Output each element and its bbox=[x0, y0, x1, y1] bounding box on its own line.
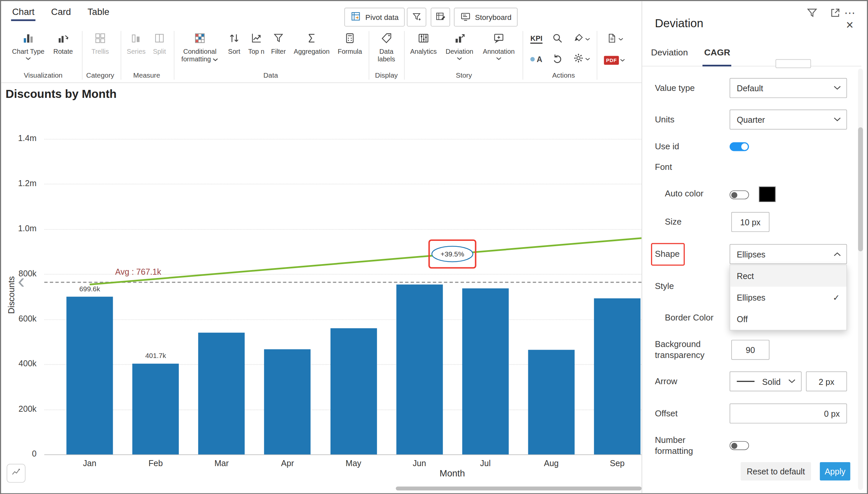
scroll-left-arrow[interactable]: ‹ bbox=[18, 270, 24, 291]
shape-option-off[interactable]: Off bbox=[730, 308, 846, 330]
kpi-button[interactable]: KPI bbox=[527, 31, 546, 48]
analytics-button[interactable]: Analytics bbox=[408, 31, 440, 55]
shape-option-rect[interactable]: Rect bbox=[730, 265, 846, 287]
top-n-button[interactable]: Top n bbox=[246, 31, 267, 55]
bar-sep[interactable] bbox=[594, 298, 640, 455]
filter-label: Filter bbox=[271, 48, 286, 55]
group-divider bbox=[121, 31, 121, 80]
tab-table[interactable]: Table bbox=[88, 7, 110, 21]
x-axis-title: Month bbox=[389, 468, 516, 479]
auto-color-toggle[interactable] bbox=[730, 190, 749, 200]
deviation-button[interactable]: Deviation bbox=[443, 31, 476, 60]
settings-button[interactable] bbox=[569, 51, 593, 68]
number-formatting-toggle[interactable] bbox=[730, 441, 749, 450]
y-tick-label: 0 bbox=[32, 449, 37, 458]
shape-option-ellipses[interactable]: Ellipses ✓ bbox=[730, 287, 846, 308]
group-label-story: Story bbox=[439, 71, 489, 79]
tab-card[interactable]: Card bbox=[51, 7, 71, 21]
apply-button[interactable]: Apply bbox=[820, 462, 850, 480]
average-line bbox=[44, 282, 641, 283]
series-button[interactable]: Series bbox=[124, 31, 148, 55]
panel-scrollbar[interactable] bbox=[858, 69, 863, 490]
top-n-icon bbox=[250, 31, 262, 46]
zoom-search-button[interactable] bbox=[548, 31, 567, 48]
group-divider bbox=[523, 31, 523, 80]
aggregation-button[interactable]: Aggregation bbox=[290, 31, 333, 55]
chevron-down-icon bbox=[618, 37, 623, 41]
bar-mar[interactable] bbox=[199, 333, 245, 455]
size-input[interactable] bbox=[731, 212, 770, 232]
chevron-down-icon bbox=[585, 37, 590, 41]
bar-feb[interactable] bbox=[132, 364, 179, 455]
analytics-icon bbox=[417, 31, 430, 46]
arrow-style-select[interactable]: Solid bbox=[730, 371, 801, 391]
quick-filter-button[interactable] bbox=[407, 7, 426, 26]
export-button[interactable] bbox=[601, 31, 628, 48]
group-label-data: Data bbox=[246, 71, 296, 79]
x-tick-label: Mar bbox=[200, 458, 244, 468]
panel-tab-deviation[interactable]: Deviation bbox=[651, 48, 688, 57]
x-tick-label: Aug bbox=[529, 458, 573, 468]
font-color-swatch[interactable] bbox=[759, 187, 775, 202]
undo-button[interactable] bbox=[548, 51, 567, 68]
formula-icon bbox=[344, 31, 356, 46]
data-labels-button[interactable]: Data labels bbox=[371, 31, 402, 63]
close-icon[interactable]: × bbox=[843, 18, 857, 32]
bar-jan[interactable] bbox=[67, 297, 113, 455]
tab-chart[interactable]: Chart bbox=[12, 7, 35, 21]
series-label: Series bbox=[127, 48, 146, 55]
visual-filter-icon[interactable] bbox=[805, 6, 819, 20]
units-label: Units bbox=[655, 110, 675, 129]
split-button[interactable]: Split bbox=[148, 31, 171, 55]
split-label: Split bbox=[153, 48, 166, 55]
data-labels-icon bbox=[380, 31, 393, 46]
arrow-width-input[interactable] bbox=[806, 371, 847, 391]
rotate-button[interactable]: Rotate bbox=[50, 31, 76, 55]
auto-color-button[interactable]: A bbox=[527, 51, 546, 68]
rotate-icon bbox=[57, 31, 69, 46]
storyboard-button[interactable]: Storyboard bbox=[454, 7, 517, 26]
chart-type-button[interactable]: Chart Type bbox=[9, 31, 48, 60]
annotation-button[interactable]: Annotation bbox=[478, 31, 519, 60]
offset-label: Offset bbox=[655, 403, 678, 423]
x-tick-label: Jun bbox=[397, 458, 441, 468]
pivot-data-button[interactable]: Pivot data bbox=[344, 7, 405, 26]
analytics-label: Analytics bbox=[410, 48, 437, 55]
bar-value-label: 401.7k bbox=[133, 352, 177, 360]
edit-table-button[interactable] bbox=[431, 7, 450, 26]
partially-scrolled-control bbox=[775, 59, 811, 68]
value-type-select[interactable]: Default bbox=[730, 78, 847, 98]
export-pdf-button[interactable]: PDF bbox=[601, 52, 628, 69]
bar-aug[interactable] bbox=[528, 350, 574, 455]
units-select[interactable]: Quarter bbox=[730, 110, 847, 129]
check-icon: ✓ bbox=[833, 292, 840, 303]
group-label-measure: Measure bbox=[122, 71, 172, 79]
cagr-annotation-ellipse[interactable] bbox=[432, 246, 473, 262]
brush-button[interactable] bbox=[569, 31, 593, 48]
deviation-panel: ⋯ Deviation × Deviation CAGR Value type … bbox=[642, 1, 867, 493]
bar-apr[interactable] bbox=[264, 349, 310, 455]
sort-button[interactable]: Sort bbox=[224, 31, 245, 55]
shape-select[interactable]: Ellipses bbox=[730, 244, 847, 264]
horizontal-scrollbar[interactable] bbox=[396, 487, 642, 490]
conditional-formatting-button[interactable]: Conditional formatting bbox=[178, 31, 221, 63]
formula-button[interactable]: Formula bbox=[333, 31, 366, 55]
chart-corner-button[interactable] bbox=[7, 464, 25, 483]
bar-jul[interactable] bbox=[462, 288, 509, 455]
popout-icon[interactable] bbox=[828, 6, 843, 20]
use-id-toggle[interactable] bbox=[730, 142, 749, 151]
chevron-down-icon bbox=[834, 86, 841, 90]
chevron-down-icon bbox=[834, 117, 841, 122]
font-section-label: Font bbox=[655, 157, 672, 177]
trellis-button[interactable]: Trellis bbox=[85, 31, 115, 55]
y-axis-title: Discounts bbox=[7, 253, 17, 337]
background-transparency-input[interactable] bbox=[731, 340, 770, 360]
filter-button[interactable]: Filter bbox=[268, 31, 289, 55]
kpi-label: KPI bbox=[531, 35, 543, 44]
panel-scrollbar-thumb[interactable] bbox=[858, 127, 863, 251]
offset-input[interactable] bbox=[730, 403, 847, 423]
bar-may[interactable] bbox=[330, 328, 377, 454]
bar-jun[interactable] bbox=[396, 285, 442, 455]
reset-to-default-button[interactable]: Reset to default bbox=[741, 462, 811, 480]
panel-tab-cagr[interactable]: CAGR bbox=[704, 48, 730, 57]
